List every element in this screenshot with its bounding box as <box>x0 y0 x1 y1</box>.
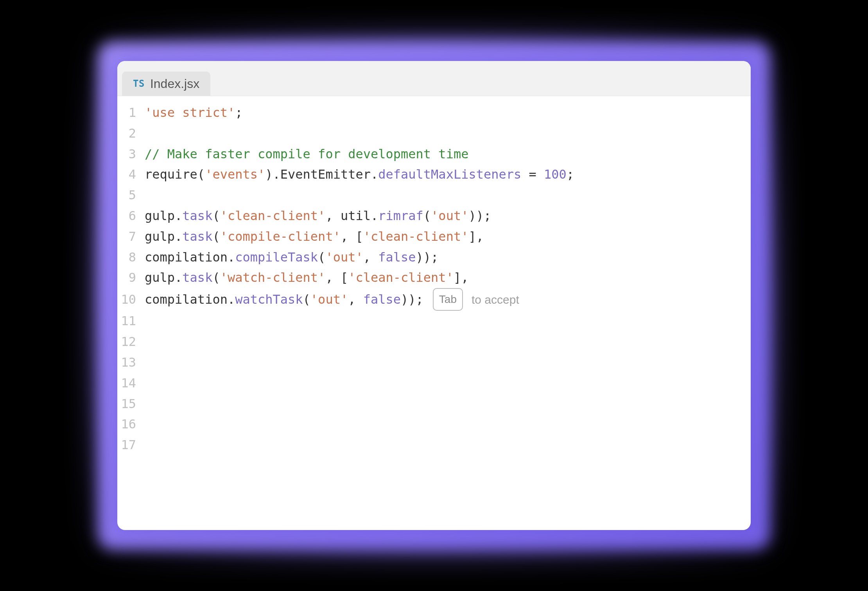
code-line: 7 gulp.task('compile-client', ['clean-cl… <box>117 226 751 247</box>
line-number: 17 <box>117 435 145 455</box>
code-area[interactable]: 1 'use strict'; 2 3 // Make faster compi… <box>117 96 751 455</box>
code-content: compilation.compileTask('out', false)); <box>145 247 438 268</box>
line-number: 8 <box>117 247 145 268</box>
line-number: 4 <box>117 164 145 185</box>
accept-hint-text: to accept <box>472 290 519 310</box>
code-line: 12 <box>117 331 751 352</box>
editor-glow-wrapper: TS Index.jsx 1 'use strict'; 2 3 // Make… <box>86 30 782 561</box>
line-number: 2 <box>117 123 145 144</box>
line-number: 15 <box>117 394 145 414</box>
line-number: 11 <box>117 311 145 331</box>
code-content: compilation.watchTask('out', false)); <box>145 289 423 310</box>
code-line: 9 gulp.task('watch-client', ['clean-clie… <box>117 267 751 288</box>
code-editor: TS Index.jsx 1 'use strict'; 2 3 // Make… <box>117 61 751 530</box>
tab-key-hint[interactable]: Tab <box>433 288 463 311</box>
typescript-icon: TS <box>133 78 145 89</box>
code-content: gulp.task('watch-client', ['clean-client… <box>145 267 468 288</box>
line-number: 3 <box>117 144 145 165</box>
code-line: 17 <box>117 435 751 455</box>
line-number: 16 <box>117 414 145 435</box>
tab-filename: Index.jsx <box>150 77 199 91</box>
line-number: 7 <box>117 226 145 247</box>
line-number: 14 <box>117 373 145 394</box>
tab-bar: TS Index.jsx <box>117 61 751 96</box>
line-number: 10 <box>117 289 145 310</box>
code-line: 13 <box>117 352 751 373</box>
line-number: 9 <box>117 267 145 288</box>
code-line: 2 <box>117 123 751 144</box>
code-line: 4 require('events').EventEmitter.default… <box>117 164 751 185</box>
line-number: 12 <box>117 331 145 352</box>
code-line: 16 <box>117 414 751 435</box>
code-line: 8 compilation.compileTask('out', false))… <box>117 247 751 268</box>
code-content: // Make faster compile for development t… <box>145 144 468 165</box>
code-line: 14 <box>117 373 751 394</box>
code-line: 15 <box>117 394 751 414</box>
code-content: 'use strict'; <box>145 102 242 123</box>
line-number: 1 <box>117 102 145 123</box>
code-line: 1 'use strict'; <box>117 102 751 123</box>
code-content: gulp.task('clean-client', util.rimraf('o… <box>145 206 491 226</box>
code-line: 3 // Make faster compile for development… <box>117 144 751 165</box>
code-content: gulp.task('compile-client', ['clean-clie… <box>145 226 484 247</box>
line-number: 13 <box>117 352 145 373</box>
code-line: 6 gulp.task('clean-client', util.rimraf(… <box>117 206 751 226</box>
code-line: 10 compilation.watchTask('out', false));… <box>117 288 751 311</box>
line-number: 5 <box>117 185 145 206</box>
file-tab[interactable]: TS Index.jsx <box>122 72 210 96</box>
suggestion-line: compilation.watchTask('out', false)); Ta… <box>145 288 519 311</box>
code-content: require('events').EventEmitter.defaultMa… <box>145 164 574 185</box>
code-line: 11 <box>117 311 751 331</box>
code-line: 5 <box>117 185 751 206</box>
line-number: 6 <box>117 206 145 226</box>
